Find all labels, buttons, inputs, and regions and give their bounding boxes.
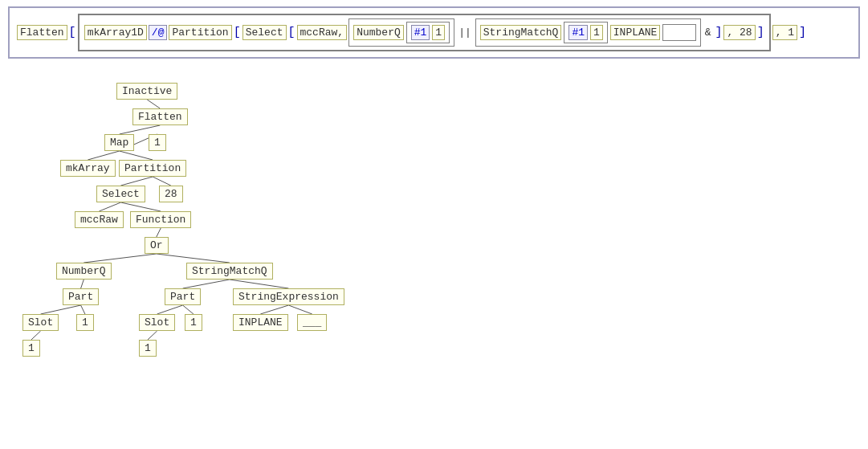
bracket-open-select: [ (287, 26, 296, 39)
svg-line-7 (99, 202, 120, 211)
tok-numberq: NumberQ (353, 25, 404, 40)
tree-node-one1: 1 (76, 314, 94, 331)
top-expression: Flatten [ mkArray1D /@ Partition [ Selec… (8, 6, 860, 59)
svg-line-20 (288, 305, 312, 314)
tok-mapto: /@ (149, 25, 168, 40)
tok-slot1: #1 (411, 25, 430, 40)
bracket-close-partition: ] (756, 26, 765, 39)
tree-node-slot1: Slot (22, 314, 59, 331)
svg-line-11 (157, 254, 230, 263)
svg-line-22 (148, 331, 157, 340)
tok-numberq-inner: #1 1 (406, 22, 450, 43)
tok-1-final: , 1 (772, 25, 797, 40)
svg-line-17 (157, 305, 183, 314)
tree-svg (8, 75, 868, 412)
svg-line-1 (120, 125, 161, 134)
tree-node-function: Function (130, 211, 191, 228)
svg-line-10 (84, 254, 157, 263)
tree-node-blank: ___ (297, 314, 327, 331)
tok-stringmatchq: StringMatchQ (480, 25, 562, 40)
tok-stringmatch-inner: #1 1 (564, 22, 607, 43)
tok-partition: Partition (169, 25, 231, 40)
svg-line-13 (183, 280, 230, 288)
tok-inplane: INPLANE (610, 25, 661, 40)
svg-line-5 (120, 177, 153, 186)
tok-num1-smq: 1 (590, 25, 603, 40)
svg-line-14 (230, 280, 289, 288)
tok-num1-nq: 1 (432, 25, 445, 40)
tree-node-one1b: 1 (22, 340, 40, 357)
tok-numberq-group: NumberQ #1 1 (348, 18, 454, 47)
tree-node-slot2: Slot (139, 314, 175, 331)
bracket-open-flatten: [ (68, 26, 77, 39)
tok-mkarr1d: mkArray1D (84, 25, 147, 40)
svg-line-15 (41, 305, 81, 314)
tree-node-flatten2: Flatten (132, 108, 188, 125)
tree-node-num28: 28 (159, 186, 183, 202)
tree-node-strexpr: StringExpression (233, 288, 344, 305)
svg-line-16 (81, 305, 85, 314)
tree-node-or: Or (145, 237, 169, 254)
bracket-close-flatten: ] (798, 26, 807, 39)
svg-line-3 (120, 151, 153, 160)
svg-line-2 (88, 151, 119, 160)
tok-blank (666, 27, 691, 39)
tree-node-mkarrayid: mkArray (60, 160, 116, 177)
tok-stringmatch-group: StringMatchQ #1 1 INPLANE (475, 18, 701, 47)
tree-node-map: Map (104, 134, 134, 151)
tok-slot2: #1 (568, 25, 588, 40)
tok-select: Select (242, 25, 287, 40)
tree-node-mccraw2: mccRaw (75, 211, 124, 228)
svg-line-0 (147, 100, 160, 108)
tok-mccraw: mccRaw, (297, 25, 348, 40)
tok-28: , 28 (723, 25, 755, 40)
bracket-open-partition: [ (233, 26, 242, 39)
svg-line-8 (120, 202, 161, 211)
tree-node-select2: Select (96, 186, 145, 202)
tree-node-stringmatchq2: StringMatchQ (186, 263, 273, 280)
svg-line-6 (153, 177, 171, 186)
bracket-close-select: ] (714, 26, 723, 39)
tree-node-num1a: 1 (149, 134, 166, 151)
tok-or: || (456, 26, 474, 39)
tree-node-part1: Part (63, 288, 99, 305)
tok-mkarr-outer: mkArray1D /@ Partition [ Select [ mccRaw… (78, 14, 771, 51)
expression-line: Flatten [ mkArray1D /@ Partition [ Selec… (16, 13, 852, 52)
tree-node-partition2: Partition (119, 160, 186, 177)
tree-node-one2: 1 (185, 314, 202, 331)
svg-line-9 (157, 228, 161, 237)
tree-node-inactive: Inactive (116, 83, 177, 100)
tok-blank-box (662, 24, 695, 41)
tok-amp: & (703, 26, 714, 39)
svg-line-21 (31, 331, 41, 340)
svg-line-18 (183, 305, 194, 314)
svg-line-19 (260, 305, 288, 314)
tree-node-part2: Part (165, 288, 201, 305)
tree-node-numberq2: NumberQ (56, 263, 112, 280)
tok-flatten: Flatten (17, 25, 67, 40)
tree-node-inplane: INPLANE (233, 314, 288, 331)
svg-line-12 (81, 280, 84, 288)
tree-node-one2b: 1 (139, 340, 157, 357)
tree-area: InactiveFlattenMap1mkArrayPartitionSelec… (8, 75, 868, 412)
